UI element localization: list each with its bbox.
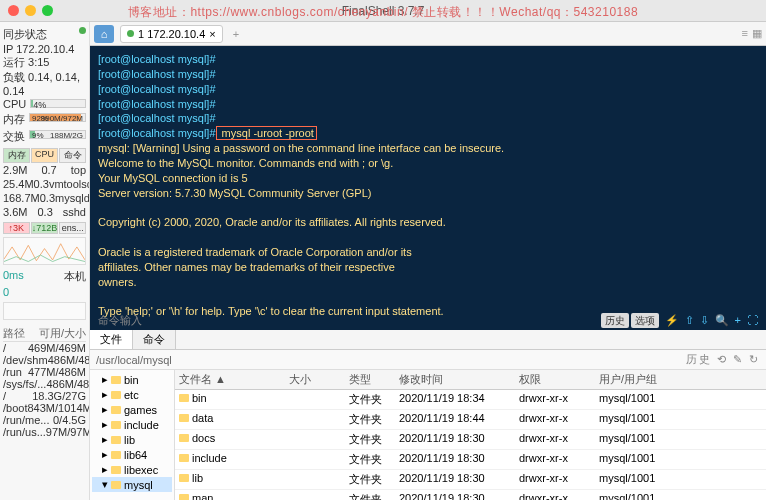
current-path[interactable]: /usr/local/mysql [96, 354, 172, 366]
plus-icon[interactable]: + [735, 313, 741, 329]
tree-node[interactable]: ▸bin [92, 372, 172, 387]
file-list: 文件名 ▲大小类型修改时间权限用户/用户组 bin文件夹2020/11/19 1… [175, 370, 766, 500]
session-tab[interactable]: 1 172.20.10.4 × [120, 25, 223, 43]
list-icon[interactable]: ≡ [742, 27, 748, 40]
bolt-icon[interactable]: ⚡ [665, 313, 679, 329]
load-label: 负载 0.14, 0.14, 0.14 [3, 70, 86, 97]
folder-icon [179, 474, 189, 482]
folder-icon [111, 406, 121, 414]
folder-icon [111, 466, 121, 474]
tree-node[interactable]: ▸libexec [92, 462, 172, 477]
ip-label: IP 172.20.10.4 [3, 43, 86, 55]
expand-icon[interactable]: ⛶ [747, 313, 758, 329]
network-graph [3, 237, 86, 265]
highlighted-command: mysql -uroot -proot [216, 126, 317, 140]
grid-icon[interactable]: ▦ [752, 27, 762, 40]
mem-label: 内存 [3, 112, 25, 127]
tree-node[interactable]: ▸etc [92, 387, 172, 402]
path-bar: /usr/local/mysql 历史 ⟲ ✎ ↻ [90, 350, 766, 370]
folder-icon [111, 376, 121, 384]
mem-header[interactable]: 内存 [3, 148, 30, 163]
status-dot-icon [79, 27, 86, 34]
swap-label: 交换 [3, 129, 25, 144]
download-icon[interactable]: ⇩ [700, 313, 709, 329]
search-icon[interactable]: 🔍 [715, 313, 729, 329]
net-dn: ↓712B [31, 222, 59, 234]
file-row[interactable]: docs文件夹2020/11/19 18:30drwxr-xr-xmysql/1… [175, 430, 766, 450]
status-dot-icon [127, 30, 134, 37]
folder-icon [111, 391, 121, 399]
folder-icon [111, 451, 121, 459]
sidebar-stats: 同步状态 IP 172.20.10.4 运行 3:15 负载 0.14, 0.1… [0, 22, 90, 500]
cpu-header[interactable]: CPU [31, 148, 58, 163]
folder-tree[interactable]: ▸bin ▸etc ▸games ▸include ▸lib ▸lib64 ▸l… [90, 370, 175, 500]
home-button[interactable]: ⌂ [94, 25, 114, 43]
folder-icon [111, 481, 121, 489]
upload-icon[interactable]: ⇧ [685, 313, 694, 329]
folder-icon [179, 454, 189, 462]
tree-node[interactable]: ▸lib [92, 432, 172, 447]
file-row[interactable]: include文件夹2020/11/19 18:30drwxr-xr-xmysq… [175, 450, 766, 470]
tab-commands[interactable]: 命令 [133, 330, 176, 349]
cmd-header[interactable]: 命令 [59, 148, 86, 163]
session-tabs: ⌂ 1 172.20.10.4 × + ≡ ▦ [90, 22, 766, 46]
bottom-tabs: 文件 命令 [90, 330, 766, 350]
tree-node[interactable]: ▸games [92, 402, 172, 417]
file-row[interactable]: data文件夹2020/11/19 18:44drwxr-xr-xmysql/1… [175, 410, 766, 430]
folder-icon [179, 414, 189, 422]
folder-icon [179, 394, 189, 402]
ping-graph [3, 302, 86, 320]
file-row[interactable]: man文件夹2020/11/19 18:30drwxr-xr-xmysql/10… [175, 490, 766, 500]
net-if[interactable]: ens... [59, 222, 86, 234]
tab-files[interactable]: 文件 [90, 330, 133, 349]
folder-icon [179, 434, 189, 442]
host-label: 本机 [64, 269, 86, 284]
process-list: 2.9M0.7top 25.4M0.3vmtoolsd 168.7M0.3mys… [3, 163, 86, 219]
folder-icon [179, 494, 189, 500]
net-up: ↑3K [3, 222, 30, 234]
path-tools[interactable]: 历史 ⟲ ✎ ↻ [686, 352, 760, 367]
file-row[interactable]: bin文件夹2020/11/19 18:34drwxr-xr-xmysql/10… [175, 390, 766, 410]
tab-label: 1 172.20.10.4 [138, 28, 205, 40]
close-icon[interactable]: × [209, 28, 215, 40]
tree-node[interactable]: ▸include [92, 417, 172, 432]
sync-status: 同步状态 [3, 27, 47, 42]
command-input-label[interactable]: 命令输入 [98, 313, 142, 328]
ping-label: 0ms [3, 269, 24, 284]
tree-node[interactable]: ▸lib64 [92, 447, 172, 462]
watermark: 博客地址：https://www.cnblogs.com/chenyanbin/… [0, 4, 766, 21]
file-row[interactable]: lib文件夹2020/11/19 18:30drwxr-xr-xmysql/10… [175, 470, 766, 490]
disk-table: 路径可用/大小 /469M/469M /dev/shm486M/486M /ru… [3, 326, 86, 438]
runtime-label: 运行 3:15 [3, 55, 86, 70]
folder-icon [111, 436, 121, 444]
history-button[interactable]: 历史 [601, 313, 629, 329]
add-tab-button[interactable]: + [229, 28, 243, 40]
folder-icon [111, 421, 121, 429]
tree-node-selected[interactable]: ▾mysql [92, 477, 172, 492]
terminal[interactable]: [root@localhost mysql]# [root@localhost … [90, 46, 766, 330]
file-list-header[interactable]: 文件名 ▲大小类型修改时间权限用户/用户组 [175, 370, 766, 390]
loss-label: 0 [3, 286, 9, 298]
cpu-label: CPU [3, 98, 26, 110]
options-button[interactable]: 选项 [631, 313, 659, 329]
